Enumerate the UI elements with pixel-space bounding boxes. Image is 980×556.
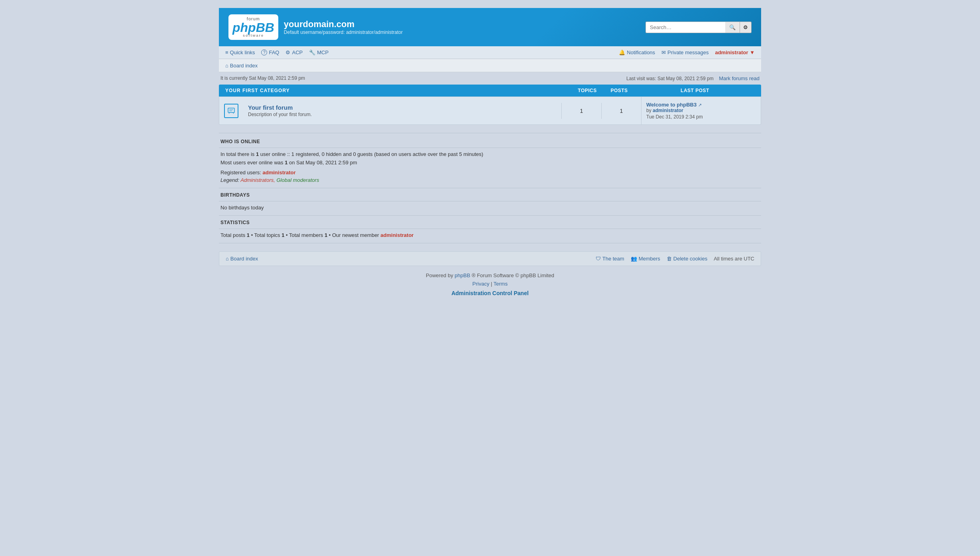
birthdays-divider (219, 201, 761, 201)
forum-description: Description of your first forum. (248, 112, 557, 117)
menu-icon: ≡ (225, 49, 228, 55)
admin-user-link[interactable]: administrator ▼ (715, 49, 755, 55)
powered-by-line: Powered by phpBB ® Forum Software © phpB… (220, 272, 760, 278)
acp-link[interactable]: ⚙ ACP (285, 49, 303, 55)
members-label: Members (639, 256, 660, 262)
mods-legend-link[interactable]: Global moderators (276, 177, 319, 183)
forum-lastpost-cell: Welcome to phpBB3 ↗ by administrator Tue… (641, 97, 761, 124)
faq-link[interactable]: ? FAQ (261, 49, 279, 55)
faq-icon: ? (261, 49, 267, 55)
bell-icon: 🔔 (619, 49, 625, 55)
category-header: YOUR FIRST CATEGORY TOPICS POSTS LAST PO… (219, 85, 761, 97)
team-icon: 🛡 (596, 256, 601, 262)
acp-line: Administration Control Panel (220, 290, 760, 296)
time-bar: It is currently Sat May 08, 2021 2:59 pm… (219, 72, 761, 85)
category-section: YOUR FIRST CATEGORY TOPICS POSTS LAST PO… (219, 85, 761, 125)
navbar-left: ≡ Quick links ? FAQ ⚙ ACP 🔧 MCP (225, 49, 329, 55)
notifications-label: Notifications (627, 49, 655, 55)
logo[interactable]: forum phpBB software (228, 14, 278, 40)
cookie-icon: 🗑 (667, 256, 672, 262)
notifications-link[interactable]: 🔔 Notifications (619, 49, 655, 55)
privacy-link[interactable]: Privacy (472, 281, 490, 287)
dropdown-icon: ▼ (750, 49, 755, 55)
private-messages-link[interactable]: ✉ Private messages (661, 49, 708, 55)
topics-col-header: TOPICS (571, 88, 603, 93)
privacy-terms-line: Privacy | Terms (220, 281, 760, 287)
newest-member-link[interactable]: administrator (380, 232, 413, 238)
site-name: yourdomain.com (284, 19, 403, 30)
phpbb-link[interactable]: phpBB (455, 272, 470, 278)
lastpost-by: by administrator (646, 108, 756, 113)
footer-board-index-link[interactable]: ⌂ Board index (226, 256, 258, 262)
bottom-section: Powered by phpBB ® Forum Software © phpB… (219, 266, 761, 303)
timezone-label: All times are UTC (714, 256, 754, 262)
current-time: It is currently Sat May 08, 2021 2:59 pm (220, 75, 305, 81)
quick-links-button[interactable]: ≡ Quick links (225, 49, 255, 55)
who-is-online-header: WHO IS ONLINE (219, 135, 761, 146)
navbar: ≡ Quick links ? FAQ ⚙ ACP 🔧 MCP 🔔 Notifi… (219, 46, 761, 59)
forum-row: Your first forum Description of your fir… (219, 97, 761, 124)
lastpost-author-link[interactable]: administrator (653, 108, 683, 113)
footer-bar: ⌂ Board index 🛡 The team 👥 Members 🗑 Del… (219, 251, 761, 266)
breadcrumb-bar: ⌂ Board index (219, 59, 761, 72)
view-icon: ↗ (698, 103, 702, 107)
forum-table: Your first forum Description of your fir… (219, 97, 761, 125)
footer-home-icon: ⌂ (226, 256, 229, 262)
category-title: YOUR FIRST CATEGORY (225, 88, 290, 93)
members-link[interactable]: 👥 Members (631, 256, 660, 262)
birthdays-content: No birthdays today (219, 203, 761, 216)
online-most-ever: Most users ever online was 1 on Sat May … (220, 160, 760, 166)
forum-icon-cell (219, 99, 243, 123)
acp-panel-link[interactable]: Administration Control Panel (451, 290, 529, 296)
members-icon: 👥 (631, 256, 637, 262)
mark-forums-read-link[interactable]: Mark forums read (719, 75, 760, 81)
forum-title-link[interactable]: Your first forum (248, 104, 293, 111)
navbar-right: 🔔 Notifications ✉ Private messages admin… (619, 49, 755, 55)
board-index-breadcrumb[interactable]: ⌂ Board index (225, 63, 258, 69)
acp-icon: ⚙ (285, 49, 290, 55)
admins-legend-link[interactable]: Administrators, (240, 177, 275, 183)
acp-label: ACP (292, 49, 303, 55)
site-description: Default username/password: administrator… (284, 30, 403, 35)
online-divider2 (219, 148, 761, 148)
registered-users-line: Registered users: administrator (220, 170, 760, 175)
footer-right: 🛡 The team 👥 Members 🗑 Delete cookies Al… (596, 256, 754, 262)
header-search: 🔍 ⚙ (645, 22, 752, 33)
mcp-icon: 🔧 (309, 49, 315, 55)
forum-icon (224, 104, 238, 118)
posts-count: 1 (247, 232, 250, 238)
category-columns: TOPICS POSTS LAST POST (571, 88, 755, 93)
search-advanced-button[interactable]: ⚙ (740, 22, 752, 33)
quick-links-label: Quick links (230, 49, 255, 55)
statistics-header: STATISTICS (219, 216, 761, 227)
mcp-link[interactable]: 🔧 MCP (309, 49, 329, 55)
the-team-link[interactable]: 🛡 The team (596, 256, 624, 262)
online-total: In total there is 1 user online :: 1 reg… (220, 151, 760, 157)
forum-topics-count: 1 (561, 103, 601, 119)
search-form: 🔍 ⚙ (645, 22, 752, 33)
lastpost-title-link[interactable]: Welcome to phpBB3 (646, 102, 697, 108)
the-team-label: The team (602, 256, 624, 262)
site-info: yourdomain.com Default username/password… (284, 19, 403, 35)
last-visit: Last visit was: Sat May 08, 2021 2:59 pm (626, 76, 714, 81)
board-index-label: Board index (230, 63, 258, 69)
statistics-content: Total posts 1 • Total topics 1 • Total m… (219, 231, 761, 243)
terms-link[interactable]: Terms (494, 281, 508, 287)
birthdays-header: BIRTHDAYS (219, 188, 761, 199)
lastpost-col-header: LAST POST (635, 88, 755, 93)
members-count: 1 (325, 232, 327, 238)
posts-col-header: POSTS (603, 88, 635, 93)
delete-cookies-link[interactable]: 🗑 Delete cookies (667, 256, 707, 262)
lastpost-date: Tue Dec 31, 2019 2:34 pm (646, 114, 756, 120)
home-icon: ⌂ (225, 63, 228, 69)
statistics-divider (219, 229, 761, 229)
private-messages-label: Private messages (667, 49, 708, 55)
header-left: forum phpBB software yourdomain.com Defa… (228, 14, 403, 40)
who-is-online-content: In total there is 1 user online :: 1 reg… (219, 150, 761, 188)
search-input[interactable] (645, 22, 725, 33)
search-button[interactable]: 🔍 (725, 22, 740, 33)
mcp-label: MCP (317, 49, 329, 55)
message-icon: ✉ (661, 49, 666, 55)
delete-cookies-label: Delete cookies (673, 256, 707, 262)
registered-user-link[interactable]: administrator (263, 170, 296, 175)
